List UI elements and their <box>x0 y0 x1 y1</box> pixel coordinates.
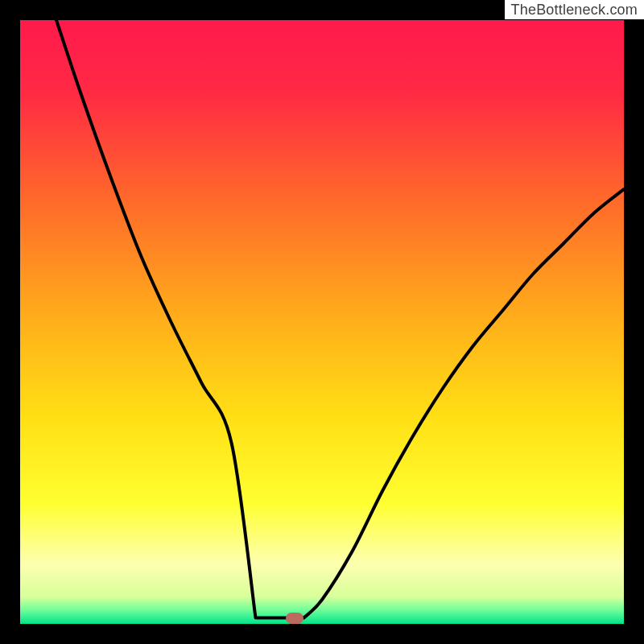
watermark-label: TheBottleneck.com <box>505 0 644 19</box>
bottleneck-curve <box>20 20 624 624</box>
optimal-point-marker <box>286 613 303 624</box>
plot-area <box>20 20 624 624</box>
chart-frame: TheBottleneck.com <box>0 0 644 644</box>
